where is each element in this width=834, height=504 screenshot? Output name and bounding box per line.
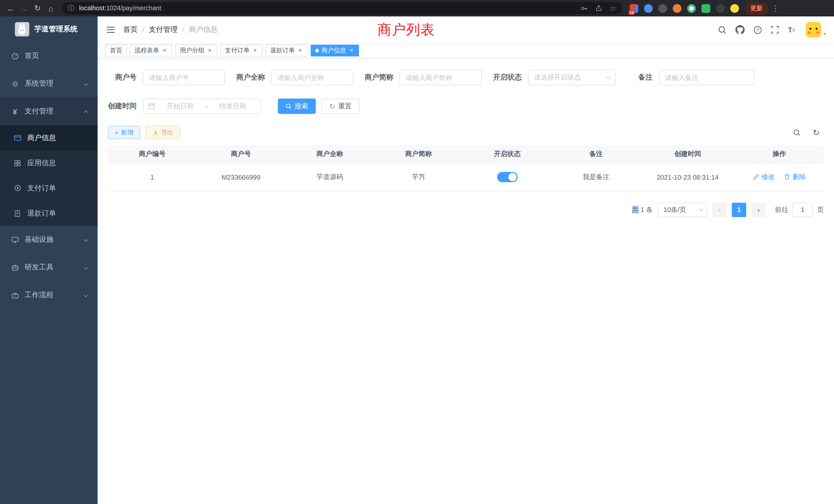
- extension-dark-icon[interactable]: [658, 4, 667, 13]
- extension-notes-icon[interactable]: [702, 4, 710, 13]
- download-icon: [152, 129, 158, 136]
- extensions-row: 10: [630, 4, 739, 13]
- full-name-input[interactable]: [271, 70, 353, 85]
- extension-avatar-icon[interactable]: [673, 4, 681, 13]
- close-icon[interactable]: ×: [252, 48, 258, 53]
- next-page-button[interactable]: ›: [751, 203, 766, 217]
- site-info-icon[interactable]: ⓘ: [68, 4, 74, 13]
- sidebar-item-label: 支付管理: [25, 107, 53, 116]
- date-range-picker[interactable]: 开始日期 - 结束日期: [143, 98, 261, 114]
- extensions-puzzle-icon[interactable]: 10: [630, 4, 638, 13]
- start-date-input[interactable]: 开始日期: [157, 101, 203, 111]
- create-time-label: 创建时间: [108, 101, 137, 111]
- add-button[interactable]: + 新增: [108, 126, 140, 139]
- sidebar-item-system[interactable]: 系统管理: [0, 70, 97, 97]
- browser-update-button[interactable]: 更新: [745, 2, 768, 15]
- refresh-icon: ↻: [329, 102, 335, 110]
- column-header-status: 开启状态: [463, 145, 552, 163]
- sidebar-fold-icon[interactable]: [106, 26, 115, 33]
- sidebar-item-label: 首页: [25, 51, 39, 61]
- chevron-down-icon: [84, 265, 88, 270]
- sidebar-item-refund-order[interactable]: 退款订单: [0, 201, 97, 226]
- search-button[interactable]: 搜索: [278, 98, 316, 114]
- sidebar-item-label: 应用信息: [27, 158, 56, 167]
- forward-button[interactable]: →: [18, 4, 31, 13]
- sidebar-item-pay-order[interactable]: 支付订单: [0, 176, 97, 201]
- top-navbar: 首页 / 支付管理 / 商户信息 商户列表 ?: [97, 17, 834, 43]
- page-size-select[interactable]: 10条/页: [658, 203, 707, 217]
- address-bar[interactable]: ⓘ localhost:1024/pay/merchant ☆: [62, 2, 622, 14]
- extension-puzzle2-icon[interactable]: [716, 4, 725, 13]
- extension-drop-icon[interactable]: [644, 4, 653, 13]
- sidebar-item-label: 基础设施: [25, 235, 53, 244]
- edit-button[interactable]: 修改: [753, 173, 775, 182]
- close-icon[interactable]: ×: [349, 48, 354, 53]
- extension-emoji-icon[interactable]: [730, 4, 739, 13]
- export-button[interactable]: 导出: [146, 126, 180, 139]
- sidebar-item-payment[interactable]: ¥ 支付管理: [0, 97, 97, 125]
- home-button[interactable]: ⌂: [44, 4, 58, 13]
- search-icon[interactable]: [718, 25, 727, 34]
- github-icon[interactable]: [736, 25, 745, 35]
- tab-refund-order[interactable]: 退款订单 ×: [265, 45, 308, 56]
- tab-merchant-info[interactable]: 商户信息 ×: [311, 45, 359, 56]
- tab-pay-order[interactable]: 支付订单 ×: [220, 45, 262, 56]
- share-icon[interactable]: [595, 5, 602, 12]
- merchant-no-input[interactable]: [143, 70, 225, 85]
- refresh-table-icon[interactable]: ↻: [813, 128, 820, 137]
- back-button[interactable]: ←: [4, 4, 18, 13]
- briefcase-icon: [11, 291, 19, 299]
- status-label: 开启状态: [493, 73, 522, 82]
- breadcrumb-payment[interactable]: 支付管理: [149, 25, 178, 35]
- column-header-created: 创建时间: [640, 145, 735, 163]
- close-icon[interactable]: ×: [162, 48, 168, 53]
- breadcrumb-home[interactable]: 首页: [123, 25, 138, 35]
- short-name-input[interactable]: [399, 70, 482, 85]
- password-key-icon[interactable]: [580, 4, 588, 12]
- sidebar-item-home[interactable]: 首页: [0, 42, 97, 70]
- sidebar-item-infra[interactable]: 基础设施: [0, 226, 97, 254]
- tags-view-bar: 首页 流程表单 × 用户分组 × 支付订单 × 退款订单 ×: [97, 43, 834, 59]
- created-cell: 2021-10-23 08:31:14: [640, 163, 735, 191]
- end-date-input[interactable]: 结束日期: [210, 101, 256, 111]
- chevron-down-icon: [607, 75, 611, 79]
- delete-button[interactable]: 删除: [784, 173, 806, 182]
- merchant-no-cell: M233666999: [197, 163, 286, 191]
- column-header-actions: 操作: [735, 145, 824, 163]
- sidebar-item-workflow[interactable]: 工作流程: [0, 281, 97, 309]
- merchant-card-icon: [13, 134, 22, 142]
- toggle-search-icon[interactable]: [793, 129, 800, 136]
- close-icon[interactable]: ×: [207, 48, 213, 53]
- page-1-button[interactable]: 1: [732, 203, 746, 217]
- tab-process-form[interactable]: 流程表单 ×: [130, 45, 172, 56]
- sidebar-item-merchant-info[interactable]: 商户信息: [0, 125, 97, 151]
- close-icon[interactable]: ×: [297, 48, 303, 53]
- avatar[interactable]: [806, 22, 821, 38]
- font-size-icon[interactable]: TT: [788, 26, 795, 34]
- bookmark-star-icon[interactable]: ☆: [610, 4, 616, 12]
- sidebar-item-devtools[interactable]: 研发工具: [0, 254, 97, 281]
- fullscreen-icon[interactable]: [771, 26, 779, 34]
- user-menu[interactable]: ▾: [806, 22, 826, 38]
- sidebar-item-app-info[interactable]: 应用信息: [0, 151, 97, 176]
- tab-home[interactable]: 首页: [105, 45, 127, 56]
- target-icon: [13, 184, 22, 192]
- reload-button[interactable]: ↻: [31, 4, 44, 13]
- status-select[interactable]: 请选择开启状态: [528, 70, 616, 85]
- page-annotation: 商户列表: [377, 21, 435, 39]
- column-header-remark: 备注: [552, 145, 640, 163]
- help-icon[interactable]: ?: [754, 25, 762, 34]
- column-header-merchant-no: 商户号: [197, 145, 286, 163]
- sidebar-item-label: 系统管理: [25, 79, 53, 88]
- status-toggle[interactable]: [497, 172, 518, 182]
- prev-page-button[interactable]: ‹: [712, 203, 727, 217]
- goto-page-input[interactable]: [792, 203, 813, 217]
- browser-menu-icon[interactable]: ⋮: [772, 4, 779, 12]
- tab-user-group[interactable]: 用户分组 ×: [175, 45, 217, 56]
- remark-input[interactable]: [659, 70, 754, 85]
- extension-vue-icon[interactable]: [687, 4, 696, 13]
- calendar-icon: [148, 102, 155, 110]
- extension-badge: 10: [629, 10, 635, 15]
- merchant-no-label: 商户号: [108, 73, 137, 82]
- reset-button[interactable]: ↻ 重置: [322, 98, 359, 114]
